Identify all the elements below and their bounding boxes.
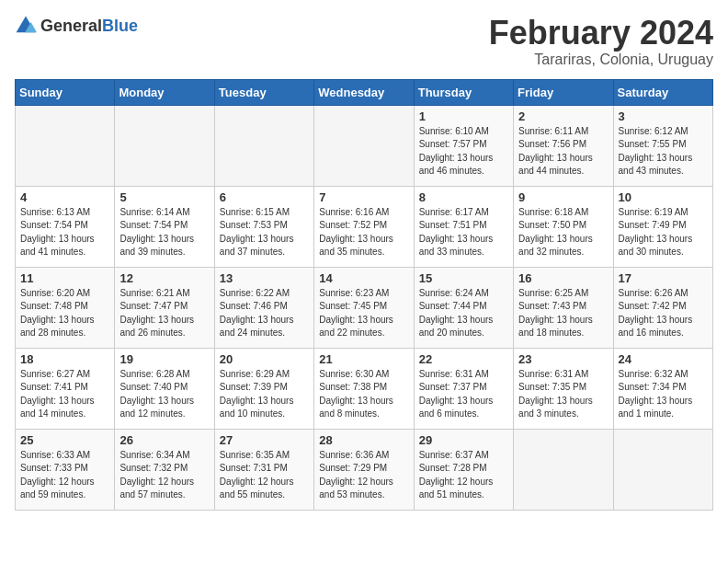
location-subtitle: Tarariras, Colonia, Uruguay bbox=[489, 52, 713, 68]
day-number: 3 bbox=[619, 109, 708, 123]
calendar-week-2: 4Sunrise: 6:13 AMSunset: 7:54 PMDaylight… bbox=[16, 186, 713, 267]
header-friday: Friday bbox=[514, 79, 613, 105]
header-monday: Monday bbox=[115, 79, 214, 105]
logo-general: General bbox=[40, 17, 102, 35]
day-detail: Sunrise: 6:31 AMSunset: 7:35 PMDaylight:… bbox=[518, 368, 608, 421]
calendar-cell: 24Sunrise: 6:32 AMSunset: 7:34 PMDayligh… bbox=[613, 348, 712, 429]
day-number: 23 bbox=[518, 352, 608, 366]
day-detail: Sunrise: 6:20 AMSunset: 7:48 PMDaylight:… bbox=[20, 287, 109, 340]
day-detail: Sunrise: 6:10 AMSunset: 7:57 PMDaylight:… bbox=[419, 125, 508, 178]
calendar-cell: 23Sunrise: 6:31 AMSunset: 7:35 PMDayligh… bbox=[514, 348, 613, 429]
logo: GeneralBlue bbox=[15, 15, 138, 37]
calendar-cell bbox=[115, 105, 214, 186]
day-detail: Sunrise: 6:17 AMSunset: 7:51 PMDaylight:… bbox=[419, 206, 508, 259]
day-number: 1 bbox=[419, 109, 508, 123]
calendar-week-5: 25Sunrise: 6:33 AMSunset: 7:33 PMDayligh… bbox=[16, 429, 713, 510]
calendar-cell: 17Sunrise: 6:26 AMSunset: 7:42 PMDayligh… bbox=[613, 267, 712, 348]
day-detail: Sunrise: 6:25 AMSunset: 7:43 PMDaylight:… bbox=[518, 287, 608, 340]
day-number: 14 bbox=[319, 271, 408, 285]
header-thursday: Thursday bbox=[414, 79, 513, 105]
day-detail: Sunrise: 6:35 AMSunset: 7:31 PMDaylight:… bbox=[220, 449, 309, 502]
page-header: GeneralBlue February 2024 Tarariras, Col… bbox=[15, 15, 713, 68]
calendar-cell: 16Sunrise: 6:25 AMSunset: 7:43 PMDayligh… bbox=[514, 267, 613, 348]
day-detail: Sunrise: 6:19 AMSunset: 7:49 PMDaylight:… bbox=[619, 206, 708, 259]
title-area: February 2024 Tarariras, Colonia, Urugua… bbox=[489, 15, 713, 68]
day-number: 7 bbox=[319, 190, 408, 204]
day-detail: Sunrise: 6:29 AMSunset: 7:39 PMDaylight:… bbox=[220, 368, 309, 421]
day-number: 8 bbox=[419, 190, 508, 204]
calendar-week-4: 18Sunrise: 6:27 AMSunset: 7:41 PMDayligh… bbox=[16, 348, 713, 429]
day-number: 4 bbox=[20, 190, 109, 204]
day-detail: Sunrise: 6:32 AMSunset: 7:34 PMDaylight:… bbox=[619, 368, 708, 421]
header-row: Sunday Monday Tuesday Wednesday Thursday… bbox=[16, 79, 713, 105]
calendar-cell: 27Sunrise: 6:35 AMSunset: 7:31 PMDayligh… bbox=[214, 429, 313, 510]
calendar-cell: 4Sunrise: 6:13 AMSunset: 7:54 PMDaylight… bbox=[16, 186, 115, 267]
day-number: 16 bbox=[518, 271, 608, 285]
day-number: 28 bbox=[319, 433, 408, 447]
day-detail: Sunrise: 6:28 AMSunset: 7:40 PMDaylight:… bbox=[119, 368, 209, 421]
day-number: 21 bbox=[319, 352, 408, 366]
day-detail: Sunrise: 6:27 AMSunset: 7:41 PMDaylight:… bbox=[20, 368, 109, 421]
day-number: 26 bbox=[119, 433, 209, 447]
day-detail: Sunrise: 6:30 AMSunset: 7:38 PMDaylight:… bbox=[319, 368, 408, 421]
calendar-cell: 19Sunrise: 6:28 AMSunset: 7:40 PMDayligh… bbox=[115, 348, 214, 429]
logo-icon bbox=[15, 15, 37, 37]
calendar-cell: 8Sunrise: 6:17 AMSunset: 7:51 PMDaylight… bbox=[414, 186, 513, 267]
calendar-cell bbox=[214, 105, 313, 186]
calendar-week-3: 11Sunrise: 6:20 AMSunset: 7:48 PMDayligh… bbox=[16, 267, 713, 348]
day-detail: Sunrise: 6:11 AMSunset: 7:56 PMDaylight:… bbox=[518, 125, 608, 178]
calendar-cell: 18Sunrise: 6:27 AMSunset: 7:41 PMDayligh… bbox=[16, 348, 115, 429]
day-number: 9 bbox=[518, 190, 608, 204]
header-saturday: Saturday bbox=[613, 79, 712, 105]
calendar-cell: 29Sunrise: 6:37 AMSunset: 7:28 PMDayligh… bbox=[414, 429, 513, 510]
calendar-cell: 26Sunrise: 6:34 AMSunset: 7:32 PMDayligh… bbox=[115, 429, 214, 510]
header-wednesday: Wednesday bbox=[314, 79, 414, 105]
day-detail: Sunrise: 6:21 AMSunset: 7:47 PMDaylight:… bbox=[119, 287, 209, 340]
calendar-cell: 14Sunrise: 6:23 AMSunset: 7:45 PMDayligh… bbox=[314, 267, 414, 348]
calendar-cell: 20Sunrise: 6:29 AMSunset: 7:39 PMDayligh… bbox=[214, 348, 313, 429]
header-tuesday: Tuesday bbox=[214, 79, 313, 105]
day-detail: Sunrise: 6:33 AMSunset: 7:33 PMDaylight:… bbox=[20, 449, 109, 502]
calendar-header: Sunday Monday Tuesday Wednesday Thursday… bbox=[16, 79, 713, 105]
day-number: 15 bbox=[419, 271, 508, 285]
calendar-week-1: 1Sunrise: 6:10 AMSunset: 7:57 PMDaylight… bbox=[16, 105, 713, 186]
day-number: 19 bbox=[119, 352, 209, 366]
day-detail: Sunrise: 6:18 AMSunset: 7:50 PMDaylight:… bbox=[518, 206, 608, 259]
calendar-cell: 1Sunrise: 6:10 AMSunset: 7:57 PMDaylight… bbox=[414, 105, 513, 186]
calendar-cell: 13Sunrise: 6:22 AMSunset: 7:46 PMDayligh… bbox=[214, 267, 313, 348]
calendar-cell bbox=[314, 105, 414, 186]
day-detail: Sunrise: 6:31 AMSunset: 7:37 PMDaylight:… bbox=[419, 368, 508, 421]
day-number: 20 bbox=[220, 352, 309, 366]
calendar-cell: 28Sunrise: 6:36 AMSunset: 7:29 PMDayligh… bbox=[314, 429, 414, 510]
day-detail: Sunrise: 6:36 AMSunset: 7:29 PMDaylight:… bbox=[319, 449, 408, 502]
calendar-cell: 25Sunrise: 6:33 AMSunset: 7:33 PMDayligh… bbox=[16, 429, 115, 510]
calendar-cell: 6Sunrise: 6:15 AMSunset: 7:53 PMDaylight… bbox=[214, 186, 313, 267]
day-number: 5 bbox=[119, 190, 209, 204]
calendar-cell bbox=[514, 429, 613, 510]
calendar-cell: 21Sunrise: 6:30 AMSunset: 7:38 PMDayligh… bbox=[314, 348, 414, 429]
calendar-cell: 22Sunrise: 6:31 AMSunset: 7:37 PMDayligh… bbox=[414, 348, 513, 429]
calendar-cell: 5Sunrise: 6:14 AMSunset: 7:54 PMDaylight… bbox=[115, 186, 214, 267]
day-number: 22 bbox=[419, 352, 508, 366]
day-number: 11 bbox=[20, 271, 109, 285]
calendar-table: Sunday Monday Tuesday Wednesday Thursday… bbox=[15, 79, 713, 511]
day-detail: Sunrise: 6:26 AMSunset: 7:42 PMDaylight:… bbox=[619, 287, 708, 340]
day-detail: Sunrise: 6:15 AMSunset: 7:53 PMDaylight:… bbox=[220, 206, 309, 259]
day-number: 17 bbox=[619, 271, 708, 285]
day-detail: Sunrise: 6:16 AMSunset: 7:52 PMDaylight:… bbox=[319, 206, 408, 259]
calendar-cell: 2Sunrise: 6:11 AMSunset: 7:56 PMDaylight… bbox=[514, 105, 613, 186]
day-number: 24 bbox=[619, 352, 708, 366]
day-detail: Sunrise: 6:14 AMSunset: 7:54 PMDaylight:… bbox=[119, 206, 209, 259]
calendar-cell bbox=[613, 429, 712, 510]
day-number: 25 bbox=[20, 433, 109, 447]
day-number: 10 bbox=[619, 190, 708, 204]
day-number: 12 bbox=[119, 271, 209, 285]
header-sunday: Sunday bbox=[16, 79, 115, 105]
calendar-cell: 15Sunrise: 6:24 AMSunset: 7:44 PMDayligh… bbox=[414, 267, 513, 348]
day-number: 2 bbox=[518, 109, 608, 123]
calendar-cell: 9Sunrise: 6:18 AMSunset: 7:50 PMDaylight… bbox=[514, 186, 613, 267]
day-number: 13 bbox=[220, 271, 309, 285]
day-detail: Sunrise: 6:22 AMSunset: 7:46 PMDaylight:… bbox=[220, 287, 309, 340]
calendar-cell bbox=[16, 105, 115, 186]
logo-blue: Blue bbox=[102, 17, 138, 35]
